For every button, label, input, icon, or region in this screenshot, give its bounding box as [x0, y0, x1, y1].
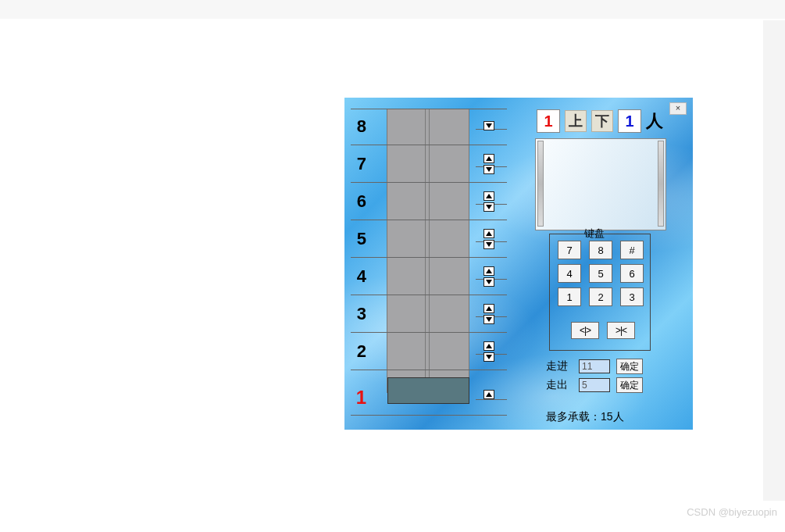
call-up-button[interactable]	[483, 266, 494, 276]
status-bar: 1 上 下 1 人	[537, 109, 663, 133]
call-down-button[interactable]	[483, 277, 494, 287]
call-down-button[interactable]	[483, 352, 494, 362]
side-band	[763, 20, 785, 501]
call-up-button[interactable]	[483, 341, 494, 351]
door-keys: <|> >|<	[571, 322, 635, 339]
key-6[interactable]: 6	[620, 264, 644, 283]
exit-label: 走出	[546, 378, 573, 392]
floor-label: 2	[351, 341, 366, 362]
call-up-button[interactable]	[483, 229, 494, 238]
enter-label: 走进	[546, 359, 573, 373]
enter-row: 走进 确定	[546, 359, 643, 374]
call-up-button[interactable]	[483, 154, 494, 163]
exit-row: 走出 确定	[546, 377, 643, 393]
floor-label: 6	[351, 191, 366, 212]
elevator-car	[387, 377, 469, 404]
floor-label: 5	[351, 229, 366, 249]
key-7[interactable]: 7	[558, 241, 581, 259]
call-down-button[interactable]	[483, 165, 494, 174]
door-left	[537, 141, 544, 227]
key-3[interactable]: 3	[620, 287, 644, 306]
call-pair	[483, 266, 496, 287]
floor-label: 3	[351, 304, 366, 324]
exit-confirm-button[interactable]: 确定	[616, 377, 643, 393]
people-unit-label: 人	[646, 109, 663, 133]
call-pair	[483, 191, 496, 212]
top-bar	[0, 0, 785, 19]
floor-label: 8	[351, 116, 366, 137]
call-down-button[interactable]	[483, 121, 494, 130]
current-floor-display: 1	[537, 109, 560, 133]
call-up-button[interactable]	[483, 390, 494, 399]
people-count: 1	[618, 109, 641, 133]
key-1[interactable]: 1	[558, 287, 581, 306]
call-down-button[interactable]	[483, 240, 494, 249]
call-pair	[483, 390, 496, 399]
call-pair	[483, 154, 496, 174]
floor-label: 4	[351, 266, 366, 287]
watermark: CSDN @biyezuopin	[687, 506, 777, 518]
call-pair	[483, 229, 496, 249]
call-pair	[483, 341, 496, 362]
enter-input[interactable]	[579, 359, 610, 373]
call-button-column	[483, 109, 499, 417]
door-close-button[interactable]: >|<	[607, 322, 635, 339]
enter-confirm-button[interactable]: 确定	[616, 359, 643, 374]
floor-label: 7	[351, 154, 366, 174]
key-2[interactable]: 2	[589, 287, 612, 306]
keypad-panel: 键盘 7 8 # 4 5 6 1 2 3 <|> >|<	[549, 234, 651, 351]
exit-input[interactable]	[579, 378, 610, 392]
call-up-button[interactable]	[483, 304, 494, 313]
call-down-button[interactable]	[483, 202, 494, 212]
camera-display	[535, 138, 666, 230]
call-pair	[483, 304, 496, 324]
call-down-button[interactable]	[483, 315, 494, 324]
direction-up-icon[interactable]: 上	[565, 110, 587, 132]
floor-label-current: 1	[351, 387, 366, 409]
door-right	[658, 141, 664, 227]
elevator-window: × 8 7 6 5 4	[344, 98, 693, 430]
key-4[interactable]: 4	[558, 264, 581, 283]
door-open-button[interactable]: <|>	[571, 322, 599, 339]
max-load-label: 最多承载：15人	[546, 410, 624, 424]
direction-down-icon[interactable]: 下	[591, 110, 613, 132]
call-pair	[483, 121, 496, 130]
close-button[interactable]: ×	[669, 102, 687, 115]
keypad-title: 键盘	[581, 227, 608, 241]
call-up-button[interactable]	[483, 191, 494, 201]
key-hash[interactable]: #	[620, 241, 644, 259]
keypad-grid: 7 8 # 4 5 6 1 2 3	[558, 241, 644, 306]
key-5[interactable]: 5	[589, 264, 612, 283]
key-8[interactable]: 8	[589, 241, 612, 259]
